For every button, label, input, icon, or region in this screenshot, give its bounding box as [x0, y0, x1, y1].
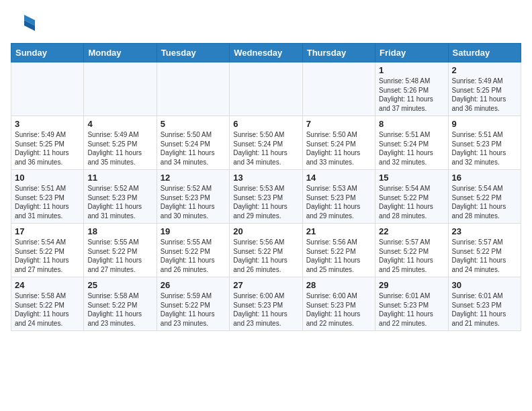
day-number: 6 [233, 119, 298, 129]
day-number: 18 [87, 226, 152, 236]
day-number: 22 [379, 226, 444, 236]
calendar-cell: 28Sunrise: 6:00 AM Sunset: 5:23 PM Dayli… [302, 277, 375, 331]
calendar-cell: 5Sunrise: 5:50 AM Sunset: 5:24 PM Daylig… [157, 116, 229, 170]
calendar-col-header: Monday [84, 44, 157, 62]
calendar-cell: 15Sunrise: 5:54 AM Sunset: 5:22 PM Dayli… [375, 170, 448, 224]
calendar-cell: 9Sunrise: 5:51 AM Sunset: 5:23 PM Daylig… [448, 116, 521, 170]
day-info: Sunrise: 6:00 AM Sunset: 5:23 PM Dayligh… [233, 291, 298, 328]
day-number: 7 [306, 119, 371, 129]
day-number: 16 [452, 173, 517, 183]
calendar-col-header: Tuesday [157, 44, 229, 62]
day-number: 9 [452, 119, 517, 129]
calendar-cell [302, 62, 375, 116]
day-number: 12 [161, 173, 226, 183]
day-number: 2 [452, 65, 517, 75]
day-info: Sunrise: 5:57 AM Sunset: 5:22 PM Dayligh… [379, 238, 444, 274]
day-info: Sunrise: 6:00 AM Sunset: 5:23 PM Dayligh… [306, 291, 371, 328]
logo [11, 11, 38, 35]
day-number: 4 [87, 119, 152, 129]
calendar-cell: 8Sunrise: 5:51 AM Sunset: 5:24 PM Daylig… [375, 116, 448, 170]
day-info: Sunrise: 5:54 AM Sunset: 5:22 PM Dayligh… [15, 238, 80, 274]
day-info: Sunrise: 5:58 AM Sunset: 5:22 PM Dayligh… [15, 291, 80, 328]
calendar-cell [11, 62, 84, 116]
day-info: Sunrise: 6:01 AM Sunset: 5:23 PM Dayligh… [452, 291, 517, 328]
calendar-cell: 16Sunrise: 5:54 AM Sunset: 5:22 PM Dayli… [448, 170, 521, 224]
day-number: 27 [233, 280, 298, 290]
day-info: Sunrise: 5:50 AM Sunset: 5:24 PM Dayligh… [233, 130, 298, 167]
day-info: Sunrise: 5:57 AM Sunset: 5:22 PM Dayligh… [452, 238, 517, 274]
day-info: Sunrise: 5:58 AM Sunset: 5:22 PM Dayligh… [87, 291, 152, 328]
day-info: Sunrise: 5:52 AM Sunset: 5:23 PM Dayligh… [161, 184, 226, 220]
day-number: 14 [306, 173, 371, 183]
day-info: Sunrise: 5:59 AM Sunset: 5:22 PM Dayligh… [161, 291, 226, 328]
day-number: 20 [233, 226, 298, 236]
day-number: 21 [306, 226, 371, 236]
day-number: 13 [233, 173, 298, 183]
day-info: Sunrise: 5:51 AM Sunset: 5:23 PM Dayligh… [452, 130, 517, 167]
day-info: Sunrise: 6:01 AM Sunset: 5:23 PM Dayligh… [379, 291, 444, 328]
calendar-cell: 22Sunrise: 5:57 AM Sunset: 5:22 PM Dayli… [375, 224, 448, 277]
day-number: 24 [15, 280, 80, 290]
calendar-cell: 24Sunrise: 5:58 AM Sunset: 5:22 PM Dayli… [11, 277, 84, 331]
day-number: 10 [15, 173, 80, 183]
calendar-cell: 7Sunrise: 5:50 AM Sunset: 5:24 PM Daylig… [302, 116, 375, 170]
calendar-cell: 13Sunrise: 5:53 AM Sunset: 5:23 PM Dayli… [230, 170, 302, 224]
day-info: Sunrise: 5:48 AM Sunset: 5:26 PM Dayligh… [379, 77, 444, 113]
calendar-cell: 3Sunrise: 5:49 AM Sunset: 5:25 PM Daylig… [11, 116, 84, 170]
day-info: Sunrise: 5:55 AM Sunset: 5:22 PM Dayligh… [161, 238, 226, 274]
calendar-row: 17Sunrise: 5:54 AM Sunset: 5:22 PM Dayli… [11, 224, 521, 277]
calendar-cell: 30Sunrise: 6:01 AM Sunset: 5:23 PM Dayli… [448, 277, 521, 331]
calendar-cell: 17Sunrise: 5:54 AM Sunset: 5:22 PM Dayli… [11, 224, 84, 277]
calendar-cell [84, 62, 157, 116]
day-info: Sunrise: 5:49 AM Sunset: 5:25 PM Dayligh… [15, 130, 80, 167]
day-info: Sunrise: 5:55 AM Sunset: 5:22 PM Dayligh… [87, 238, 152, 274]
calendar-col-header: Friday [375, 44, 448, 62]
day-info: Sunrise: 5:53 AM Sunset: 5:23 PM Dayligh… [233, 184, 298, 220]
day-number: 15 [379, 173, 444, 183]
calendar-cell: 12Sunrise: 5:52 AM Sunset: 5:23 PM Dayli… [157, 170, 229, 224]
calendar-cell: 14Sunrise: 5:53 AM Sunset: 5:23 PM Dayli… [302, 170, 375, 224]
calendar-row: 10Sunrise: 5:51 AM Sunset: 5:23 PM Dayli… [11, 170, 521, 224]
calendar-header-row: SundayMondayTuesdayWednesdayThursdayFrid… [11, 44, 521, 62]
calendar-cell: 1Sunrise: 5:48 AM Sunset: 5:26 PM Daylig… [375, 62, 448, 116]
calendar-cell: 25Sunrise: 5:58 AM Sunset: 5:22 PM Dayli… [84, 277, 157, 331]
calendar-cell: 2Sunrise: 5:49 AM Sunset: 5:25 PM Daylig… [448, 62, 521, 116]
day-info: Sunrise: 5:53 AM Sunset: 5:23 PM Dayligh… [306, 184, 371, 220]
calendar-row: 1Sunrise: 5:48 AM Sunset: 5:26 PM Daylig… [11, 62, 521, 116]
day-number: 3 [15, 119, 80, 129]
calendar-cell: 18Sunrise: 5:55 AM Sunset: 5:22 PM Dayli… [84, 224, 157, 277]
calendar-cell: 21Sunrise: 5:56 AM Sunset: 5:22 PM Dayli… [302, 224, 375, 277]
day-info: Sunrise: 5:50 AM Sunset: 5:24 PM Dayligh… [161, 130, 226, 167]
calendar-cell: 19Sunrise: 5:55 AM Sunset: 5:22 PM Dayli… [157, 224, 229, 277]
day-info: Sunrise: 5:51 AM Sunset: 5:23 PM Dayligh… [15, 184, 80, 220]
calendar-cell: 6Sunrise: 5:50 AM Sunset: 5:24 PM Daylig… [230, 116, 302, 170]
day-info: Sunrise: 5:52 AM Sunset: 5:23 PM Dayligh… [87, 184, 152, 220]
page-header [11, 11, 521, 35]
day-number: 23 [452, 226, 517, 236]
day-info: Sunrise: 5:54 AM Sunset: 5:22 PM Dayligh… [452, 184, 517, 220]
day-number: 1 [379, 65, 444, 75]
calendar-col-header: Thursday [302, 44, 375, 62]
day-info: Sunrise: 5:54 AM Sunset: 5:22 PM Dayligh… [379, 184, 444, 220]
calendar-cell: 26Sunrise: 5:59 AM Sunset: 5:22 PM Dayli… [157, 277, 229, 331]
day-number: 8 [379, 119, 444, 129]
calendar-cell: 20Sunrise: 5:56 AM Sunset: 5:22 PM Dayli… [230, 224, 302, 277]
day-info: Sunrise: 5:50 AM Sunset: 5:24 PM Dayligh… [306, 130, 371, 167]
day-number: 25 [87, 280, 152, 290]
calendar-cell [230, 62, 302, 116]
day-number: 28 [306, 280, 371, 290]
calendar-table: SundayMondayTuesdayWednesdayThursdayFrid… [11, 43, 521, 331]
calendar-cell: 11Sunrise: 5:52 AM Sunset: 5:23 PM Dayli… [84, 170, 157, 224]
day-number: 17 [15, 226, 80, 236]
day-info: Sunrise: 5:51 AM Sunset: 5:24 PM Dayligh… [379, 130, 444, 167]
day-number: 11 [87, 173, 152, 183]
calendar-row: 3Sunrise: 5:49 AM Sunset: 5:25 PM Daylig… [11, 116, 521, 170]
day-number: 30 [452, 280, 517, 290]
calendar-cell: 29Sunrise: 6:01 AM Sunset: 5:23 PM Dayli… [375, 277, 448, 331]
calendar-cell: 10Sunrise: 5:51 AM Sunset: 5:23 PM Dayli… [11, 170, 84, 224]
logo-icon [11, 11, 35, 35]
calendar-col-header: Wednesday [230, 44, 302, 62]
calendar-cell: 23Sunrise: 5:57 AM Sunset: 5:22 PM Dayli… [448, 224, 521, 277]
day-number: 29 [379, 280, 444, 290]
day-info: Sunrise: 5:49 AM Sunset: 5:25 PM Dayligh… [87, 130, 152, 167]
